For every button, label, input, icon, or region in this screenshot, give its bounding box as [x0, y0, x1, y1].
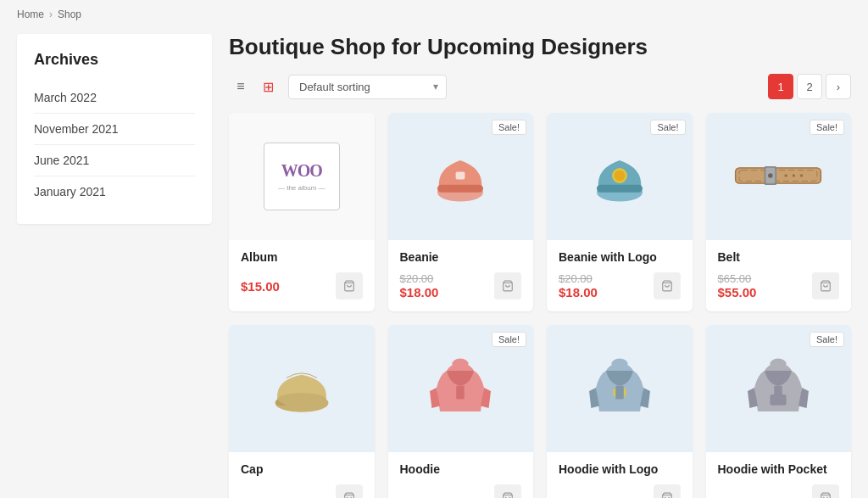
add-to-cart-button[interactable] — [494, 484, 521, 498]
sidebar-item-june-2021[interactable]: June 2021 — [34, 145, 195, 176]
sale-badge: Sale! — [492, 120, 526, 135]
sort-select[interactable]: Default sortingSort by popularitySort by… — [288, 75, 447, 99]
sidebar-item-november-2021[interactable]: November 2021 — [34, 114, 195, 145]
svg-rect-3 — [456, 171, 465, 179]
product-info: Hoodie with Logo — [547, 452, 693, 498]
product-illustration — [422, 137, 498, 216]
product-card-beanie: Sale! Beanie $20.00 $18.00 — [388, 113, 534, 311]
breadcrumb-current: Shop — [58, 8, 81, 20]
svg-point-21 — [277, 393, 326, 405]
product-illustration — [732, 150, 825, 204]
product-price-row — [718, 484, 840, 498]
add-to-cart-button[interactable] — [812, 484, 839, 498]
page-btn-2[interactable]: 2 — [797, 74, 822, 99]
product-name: Belt — [718, 250, 840, 264]
add-to-cart-button[interactable] — [336, 272, 363, 299]
svg-point-26 — [611, 358, 627, 369]
svg-point-8 — [614, 170, 625, 181]
svg-point-18 — [800, 174, 804, 177]
price-current: $18.00 — [559, 285, 598, 299]
product-illustration — [264, 350, 340, 428]
product-name: Beanie — [400, 250, 522, 264]
product-name: Hoodie with Logo — [559, 462, 681, 476]
product-name: Beanie with Logo — [559, 250, 681, 264]
add-to-cart-button[interactable] — [654, 484, 681, 498]
main-content: Boutique Shop for Upcoming Designers ≡ ⊞… — [229, 34, 851, 498]
page-next-button[interactable]: › — [826, 74, 851, 99]
product-name: Cap — [241, 462, 363, 476]
product-card-belt: Sale! Belt $65.00 $55.00 — [706, 113, 852, 311]
view-icons: ≡ ⊞ — [229, 75, 280, 98]
add-to-cart-button[interactable] — [336, 484, 363, 498]
product-info: Belt $65.00 $55.00 — [706, 240, 852, 311]
product-card-beanie-logo: Sale! Beanie with Logo $20.00 $18.00 — [547, 113, 693, 311]
product-info: Beanie with Logo $20.00 $18.00 — [547, 240, 693, 311]
sidebar-nav: March 2022November 2021June 2021January … — [34, 82, 195, 207]
sale-badge: Sale! — [810, 332, 844, 347]
sidebar-item-march-2022[interactable]: March 2022 — [34, 82, 195, 114]
product-card-hoodie-logo: Hoodie with Logo — [547, 325, 693, 498]
product-illustration — [586, 345, 654, 433]
product-price-row: $15.00 — [241, 272, 363, 299]
product-image-area: Sale! — [388, 325, 534, 452]
sort-wrapper: Default sortingSort by popularitySort by… — [288, 75, 447, 99]
product-card-cap: Cap — [229, 325, 375, 498]
sidebar: Archives March 2022November 2021June 202… — [17, 34, 212, 498]
pagination: 12› — [768, 74, 851, 99]
list-view-button[interactable]: ≡ — [229, 75, 253, 98]
sale-badge: Sale! — [650, 120, 685, 135]
product-info: Hoodie with Pocket — [706, 452, 852, 498]
product-illustration — [581, 137, 658, 216]
product-illustration — [744, 345, 812, 433]
sale-badge: Sale! — [492, 332, 526, 347]
product-info: Hoodie — [388, 452, 534, 498]
product-image-area — [547, 325, 693, 452]
product-illustration — [426, 345, 494, 433]
product-card-hoodie-pocket: Sale! Hoodie with Pocket — [706, 325, 852, 498]
product-image-area: WOO — the album — — [229, 113, 375, 240]
svg-point-23 — [453, 358, 469, 369]
product-price-row — [400, 484, 522, 498]
grid-view-button[interactable]: ⊞ — [256, 75, 280, 98]
toolbar-left: ≡ ⊞ Default sortingSort by popularitySor… — [229, 75, 447, 99]
price-current: $15.00 — [241, 279, 280, 294]
breadcrumb-home[interactable]: Home — [17, 8, 44, 20]
product-price-row: $65.00 $55.00 — [718, 272, 840, 299]
product-image-area: Sale! — [388, 113, 534, 240]
svg-point-16 — [785, 174, 788, 177]
product-image-area: Sale! — [706, 113, 852, 240]
product-name: Hoodie with Pocket — [718, 462, 840, 476]
add-to-cart-button[interactable] — [654, 272, 681, 299]
product-info: Cap — [229, 452, 375, 498]
add-to-cart-button[interactable] — [494, 272, 521, 299]
product-name: Hoodie — [400, 462, 522, 476]
add-to-cart-button[interactable] — [812, 272, 839, 299]
product-image-area — [229, 325, 375, 452]
product-card-hoodie: Sale! Hoodie — [388, 325, 534, 498]
price-original: $65.00 — [718, 272, 757, 285]
svg-rect-32 — [774, 385, 782, 399]
svg-rect-24 — [456, 385, 465, 399]
product-price-row: $20.00 $18.00 — [559, 272, 681, 299]
product-image-area: Sale! — [547, 113, 693, 240]
product-card-album: WOO — the album — Album $15.00 — [229, 113, 375, 311]
svg-rect-2 — [437, 184, 483, 192]
page-btn-1[interactable]: 1 — [768, 74, 793, 99]
product-name: Album — [241, 250, 363, 264]
price-current: $18.00 — [400, 285, 439, 299]
product-illustration: WOO — the album — — [264, 143, 340, 210]
shop-title: Boutique Shop for Upcoming Designers — [229, 34, 851, 60]
product-info: Album $15.00 — [229, 240, 375, 311]
svg-point-30 — [771, 358, 787, 369]
svg-rect-28 — [615, 385, 624, 399]
svg-point-15 — [768, 173, 773, 178]
svg-rect-6 — [597, 184, 643, 192]
toolbar: ≡ ⊞ Default sortingSort by popularitySor… — [229, 74, 851, 99]
breadcrumb-sep: › — [49, 8, 53, 20]
product-info: Beanie $20.00 $18.00 — [388, 240, 534, 311]
sale-badge: Sale! — [810, 120, 844, 135]
product-grid: WOO — the album — Album $15.00 Sale! — [229, 113, 851, 498]
product-image-area: Sale! — [706, 325, 852, 452]
product-price-row — [559, 484, 681, 498]
sidebar-item-january-2021[interactable]: January 2021 — [34, 176, 195, 207]
